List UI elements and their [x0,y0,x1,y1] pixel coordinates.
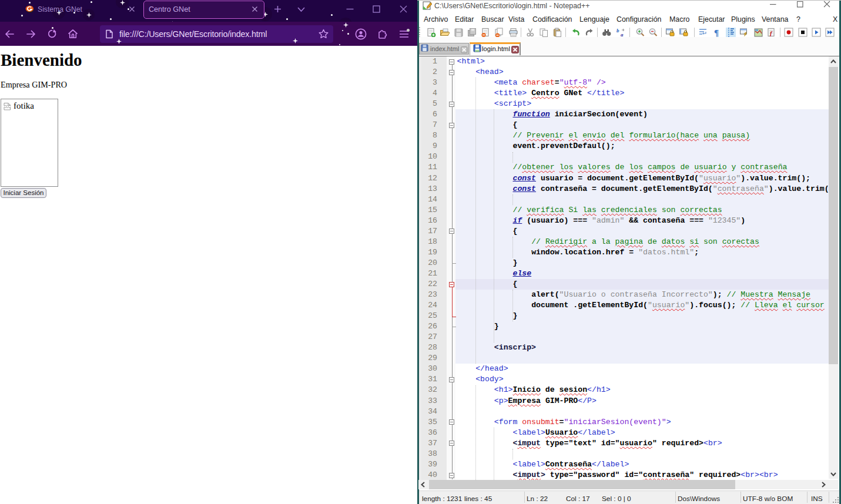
svg-text:¶: ¶ [714,28,719,38]
svg-text:b: b [616,28,619,33]
